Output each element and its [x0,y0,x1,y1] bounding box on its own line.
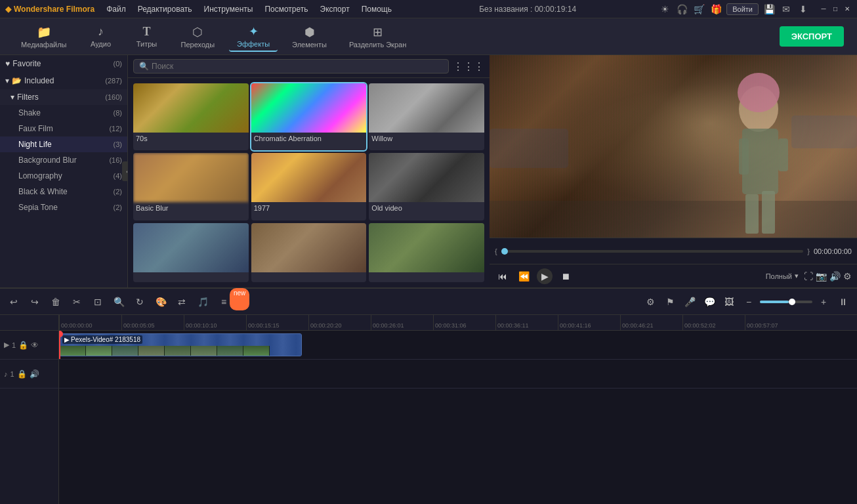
export-button[interactable]: ЭКСПОРТ [780,26,844,47]
effect-g3[interactable] [369,223,484,282]
toolbar-effects[interactable]: ✦ Эффекты [229,22,278,52]
toolbar-audio[interactable]: ♪ Аудио [81,22,120,51]
volume-icon[interactable]: 🔊 [829,271,841,282]
filter-sepia-tone[interactable]: Sepia Tone (2) [0,200,127,215]
toolbar-transitions[interactable]: ⬡ Переходы [173,22,222,51]
redo-button[interactable]: ↪ [26,293,43,310]
toolbar-titles[interactable]: T Титры [127,22,166,51]
toolbar-elements[interactable]: ⬢ Элементы [284,22,335,51]
quality-selector[interactable]: Полный ▾ [766,272,799,280]
menu-file[interactable]: Файл [101,3,131,15]
timeline-tracks-area[interactable]: 00:00:00:00 00:00:05:05 00:00:10:10 00:0… [59,315,857,504]
download-icon[interactable]: ⬇ [797,3,810,16]
effect-1977[interactable]: 1977 [251,153,367,220]
video-clip[interactable]: ▶ Pexels-Video# 2183518 [59,333,302,356]
playhead[interactable] [59,331,60,359]
effect-g2[interactable] [251,223,367,282]
cart-icon[interactable]: 🛒 [692,3,705,16]
mark-in[interactable]: { [495,247,497,255]
save-icon[interactable]: 💾 [763,3,776,16]
menu-edit[interactable]: Редактировать [133,3,198,15]
effect-chromatic[interactable]: Chromatic Aberration [251,83,367,150]
zoom-thumb[interactable] [789,299,795,305]
settings-icon[interactable]: ⚙ [843,271,852,282]
search-box[interactable]: 🔍 [133,59,449,74]
effect-old-video[interactable]: Old video [369,153,484,220]
snap-button[interactable]: ⚙ [642,293,659,310]
signin-button[interactable]: Войти [726,3,759,15]
progress-thumb[interactable] [501,248,508,255]
cut-button[interactable]: ✂ [68,293,85,310]
transition-tl-button[interactable]: ⇄ [173,293,190,310]
filter-background-blur[interactable]: Background Blur (16) [0,152,127,168]
clip-play-icon: ▶ [64,336,70,343]
pause-button[interactable]: ⏸ [835,293,852,310]
mail-icon[interactable]: ✉ [780,3,793,16]
stop-button[interactable]: ⏹ [558,268,574,284]
filter-shake[interactable]: Shake (8) [0,105,127,121]
sticker-button[interactable]: 🖼 [721,293,738,310]
filter-lomography[interactable]: Lomography (4) [0,168,127,184]
main-container: ♥ Favorite (0) ▾ 📂 Included (287) ▾ Filt… [0,55,857,504]
maximize-button[interactable]: □ [831,5,840,14]
filter-black-white[interactable]: Black & White (2) [0,184,127,200]
svg-rect-6 [762,191,775,234]
effect-g1[interactable] [133,223,249,282]
frame-8 [243,346,270,356]
gift-icon[interactable]: 🎁 [709,3,722,16]
close-button[interactable]: ✕ [843,5,852,14]
zoom-btn[interactable]: 🔍 [110,293,127,310]
filters-header[interactable]: ▾ Filters (160) [0,89,127,105]
screenshot-icon[interactable]: 📷 [816,271,827,282]
ruler-11: 00:00:57:07 [745,315,807,330]
sun-icon[interactable]: ☀ [658,3,671,16]
filter-night-life[interactable]: Night Life (3) [0,136,127,152]
marker-button[interactable]: ⚑ [661,293,679,310]
menu-tools[interactable]: Инструменты [199,3,259,15]
color-button[interactable]: 🎨 [152,293,169,310]
ruler-marks: 00:00:00:00 00:00:05:05 00:00:10:10 00:0… [59,315,857,330]
zoom-out-button[interactable]: − [740,293,757,310]
effect-willow[interactable]: Willow [369,83,484,150]
ruler-8: 00:00:41:16 [558,315,620,330]
comment-button[interactable]: 💬 [701,293,718,310]
eye-icon[interactable]: 👁 [31,341,39,350]
effect-70s[interactable]: 70s [133,83,249,150]
toolbar-media[interactable]: 📁 Медиафайлы [13,22,74,51]
filter-faux-film[interactable]: Faux Film (12) [0,121,127,136]
track-v1-label: ▶ 1 🔒 👁 [0,331,58,360]
zoom-in-button[interactable]: + [815,293,832,310]
menu-help[interactable]: Помощь [356,3,397,15]
grid-menu-icon[interactable]: ⋮⋮⋮ [453,60,484,73]
audio-button[interactable]: 🎵 [194,293,211,310]
ruler-6: 00:00:31:06 [433,315,495,330]
headphone-icon[interactable]: 🎧 [675,3,688,16]
elements-label: Элементы [292,41,327,49]
delete-button[interactable]: 🗑 [47,293,64,310]
included-header[interactable]: ▾ 📂 Included (287) [0,72,127,89]
ruler-3: 00:00:15:15 [246,315,308,330]
frame-back-button[interactable]: ⏪ [516,268,532,284]
progress-track[interactable] [501,250,804,253]
rotate-button[interactable]: ↻ [131,293,148,310]
menu-view[interactable]: Посмотреть [259,3,313,15]
filters-label: Filters [17,93,39,102]
play-button[interactable]: ▶ [537,268,553,284]
zoom-slider[interactable] [760,301,812,303]
voice-button[interactable]: 🎤 [681,293,698,310]
favorite-header[interactable]: ♥ Favorite (0) [0,55,127,72]
lock-icon[interactable]: 🔒 [18,341,28,350]
undo-button[interactable]: ↩ [5,293,22,310]
step-back-button[interactable]: ⏮ [495,268,511,284]
mark-out[interactable]: } [807,247,810,255]
search-input[interactable] [152,62,443,71]
minimize-button[interactable]: ─ [819,5,828,14]
fullscreen-icon[interactable]: ⛶ [804,271,813,282]
effect-basic-blur[interactable]: Basic Blur [133,153,249,220]
audio-volume-icon[interactable]: 🔊 [30,369,39,379]
panel-collapse-arrow[interactable]: ‹ [122,161,128,181]
audio-lock-icon[interactable]: 🔒 [17,369,27,379]
crop-button[interactable]: ⊡ [89,293,106,310]
toolbar-splitscreen[interactable]: ⊞ Разделить Экран [341,22,414,51]
menu-export[interactable]: Экспорт [315,3,355,15]
